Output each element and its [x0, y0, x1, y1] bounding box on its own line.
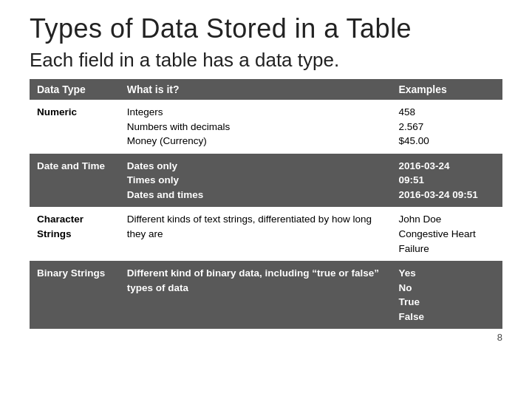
cell-examples: 458 2.567 $45.00: [391, 100, 502, 154]
cell-type: Date and Time: [30, 154, 120, 208]
cell-type: Numeric: [30, 100, 120, 154]
table-row: Binary StringsDifferent kind of binary d…: [30, 261, 502, 329]
data-types-table: Data Type What is it? Examples NumericIn…: [30, 79, 502, 329]
cell-examples: 2016-03-24 09:51 2016-03-24 09:51: [391, 154, 502, 208]
cell-type: Character Strings: [30, 207, 120, 261]
col-header-type: Data Type: [30, 79, 120, 100]
col-header-what: What is it?: [120, 79, 392, 100]
table-header-row: Data Type What is it? Examples: [30, 79, 502, 100]
page: Types of Data Stored in a Table Each fie…: [0, 0, 532, 399]
cell-examples: Yes No True False: [391, 261, 502, 329]
cell-examples: John Doe Congestive Heart Failure: [391, 207, 502, 261]
cell-what: Dates only Times only Dates and times: [120, 154, 392, 208]
cell-type: Binary Strings: [30, 261, 120, 329]
table-row: NumericIntegers Numbers with decimals Mo…: [30, 100, 502, 154]
table-row: Character StringsDifferent kinds of text…: [30, 207, 502, 261]
table-row: Date and TimeDates only Times only Dates…: [30, 154, 502, 208]
main-title: Types of Data Stored in a Table: [30, 13, 502, 44]
col-header-examples: Examples: [391, 79, 502, 100]
cell-what: Different kinds of text strings, differe…: [120, 207, 392, 261]
cell-what: Integers Numbers with decimals Money (Cu…: [120, 100, 392, 154]
cell-what: Different kind of binary data, including…: [120, 261, 392, 329]
page-number: 8: [30, 332, 502, 343]
subtitle: Each field in a table has a data type.: [30, 49, 502, 72]
